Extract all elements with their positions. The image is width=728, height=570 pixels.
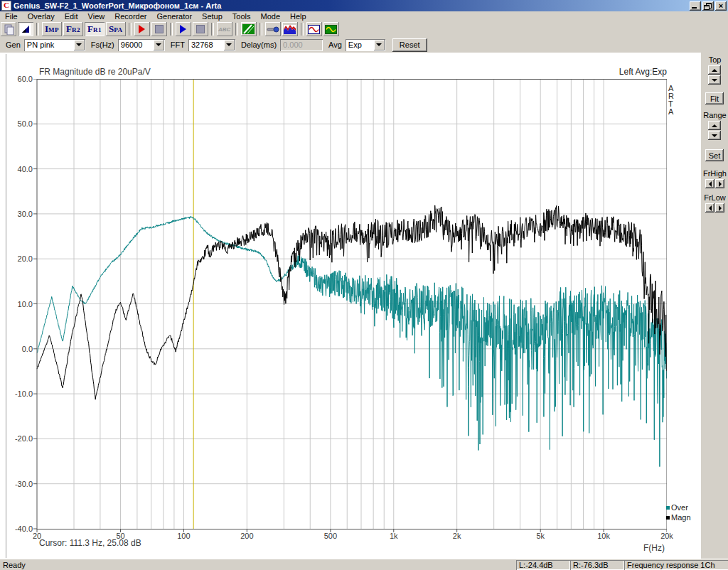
legend-item-magn: Magn <box>666 512 691 522</box>
toolbar-separator <box>301 23 304 36</box>
fr1-mode-button[interactable]: FR1 <box>85 22 105 36</box>
microphone-icon <box>267 25 279 33</box>
legend-swatch <box>666 516 670 520</box>
legend-label: Over <box>671 503 688 512</box>
frhigh-right-button[interactable] <box>715 179 724 188</box>
legend: OverMagn <box>666 502 691 522</box>
fr1-label: FR1 <box>85 23 105 35</box>
dropdown-button[interactable] <box>224 40 235 50</box>
close-button[interactable]: × <box>715 1 727 11</box>
avg-label: Avg <box>328 41 342 49</box>
top-down-button[interactable] <box>708 75 721 85</box>
menu-view[interactable]: View <box>83 11 110 21</box>
menu-generator[interactable]: Generator <box>152 11 198 21</box>
legend-swatch <box>666 506 670 510</box>
chevron-down-icon <box>226 43 232 46</box>
side-panel: Top Fit Range Set FrHigh FrLow <box>700 53 728 559</box>
dropdown-button[interactable] <box>74 40 85 50</box>
record-stop-button[interactable] <box>151 22 167 36</box>
calibrate-button[interactable]: ABC <box>217 22 232 36</box>
x-axis-label: F(Hz) <box>638 543 670 553</box>
x-tick-label: 5k <box>525 532 556 540</box>
legend-label: Magn <box>671 513 691 522</box>
fr2-mode-button[interactable]: FR2 <box>63 22 83 36</box>
fr-plot[interactable] <box>33 79 667 534</box>
sine-red-icon <box>308 25 320 34</box>
dropdown-button[interactable] <box>374 40 385 50</box>
sampling-rate-select[interactable]: 96000 <box>118 39 165 51</box>
delay-input: 0.000 <box>280 39 323 51</box>
sine-green-icon <box>325 25 337 34</box>
menu-tools[interactable]: Tools <box>228 11 256 21</box>
arrow-left-icon <box>709 181 712 187</box>
arrow-down-icon <box>712 79 717 82</box>
frlow-label: FrLow <box>701 193 728 202</box>
scope-button[interactable] <box>241 22 257 36</box>
averaging-select[interactable]: Exp <box>346 39 385 51</box>
fft-label: FFT <box>171 41 185 49</box>
spectrum-overlay-button[interactable] <box>282 22 298 36</box>
signal-generator-button[interactable] <box>306 22 322 36</box>
stop-icon <box>196 25 205 33</box>
channel-average-label: Left Avg:Exp <box>619 67 667 77</box>
menu-overlay[interactable]: Overlay <box>23 11 60 21</box>
x-tick-label: 200 <box>231 532 262 540</box>
x-tick-label: 1k <box>378 532 410 540</box>
menu-file[interactable]: File <box>0 11 23 21</box>
spa-mode-button[interactable]: SPA <box>106 22 126 36</box>
chevron-down-icon <box>76 43 82 46</box>
fft-size-select[interactable]: 32768 <box>188 39 235 51</box>
frlow-right-button[interactable] <box>715 203 724 213</box>
menu-setup[interactable]: Setup <box>197 11 228 21</box>
generator-type-select[interactable]: PN pink <box>24 39 85 51</box>
dropdown-button[interactable] <box>154 40 164 50</box>
x-tick-label: 500 <box>315 532 346 540</box>
fr-triangle-icon <box>20 23 31 35</box>
two-channel-generator-button[interactable] <box>323 22 339 36</box>
menu-recorder[interactable]: Recorder <box>109 11 151 21</box>
menu-mode[interactable]: Mode <box>255 11 285 21</box>
top-up-button[interactable] <box>708 65 721 75</box>
record-start-button[interactable] <box>134 22 150 36</box>
y-tick-label: 30.0 <box>6 210 33 218</box>
y-tick-label: 20.0 <box>6 254 33 263</box>
legend-item-over: Over <box>666 502 691 512</box>
gen-label: Gen <box>6 41 21 49</box>
x-tick-label: 20k <box>651 532 682 540</box>
generator-stop-button[interactable] <box>193 22 208 36</box>
menu-help[interactable]: Help <box>285 11 311 21</box>
menu-edit[interactable]: Edit <box>60 11 83 21</box>
fr2-label: FR2 <box>63 23 83 35</box>
status-right-level: R:-76.3dB <box>570 560 624 570</box>
arta-window: C Genius_SW-F2_1_WooferPort_Микрофоном_1… <box>0 0 728 570</box>
toolbar-separator <box>129 23 132 36</box>
frlow-left-button[interactable] <box>705 203 714 213</box>
status-bar: Ready L:-24.4dB R:-76.3dB Frequency resp… <box>0 559 728 570</box>
minimize-button[interactable] <box>690 1 701 11</box>
delay-label: Delay(ms) <box>241 41 277 49</box>
arrow-right-icon <box>719 205 722 211</box>
restore-button[interactable] <box>702 1 714 11</box>
status-mode: Frequency response 1Ch <box>624 560 728 570</box>
range-down-button[interactable] <box>708 131 721 140</box>
arta-watermark: A R T A <box>668 85 674 116</box>
frhigh-left-button[interactable] <box>705 179 714 188</box>
imp-mode-button[interactable]: IMP <box>42 22 62 36</box>
microphone-button[interactable] <box>265 22 281 36</box>
x-tick-label: 2k <box>441 532 473 540</box>
fs-label: Fs(Hz) <box>91 41 114 49</box>
fr-magnitude-mode-button[interactable] <box>18 22 33 36</box>
set-button[interactable]: Set <box>705 149 724 161</box>
fit-button[interactable]: Fit <box>705 92 724 104</box>
range-up-button[interactable] <box>708 121 721 130</box>
y-tick-label: 10.0 <box>6 300 33 308</box>
reset-button[interactable]: Reset <box>392 38 427 52</box>
arrow-down-icon <box>712 134 717 137</box>
stop-icon <box>155 25 164 33</box>
copy-button[interactable] <box>1 22 16 36</box>
cursor-readout: Cursor: 111.3 Hz, 25.08 dB <box>39 538 141 548</box>
y-tick-label: -20.0 <box>6 434 33 443</box>
toolbar: IMP FR2 FR1 SPA ABC <box>0 21 728 38</box>
generator-start-button[interactable] <box>176 22 191 36</box>
menu-bar: FileOverlayEditViewRecorderGeneratorSetu… <box>0 11 728 21</box>
